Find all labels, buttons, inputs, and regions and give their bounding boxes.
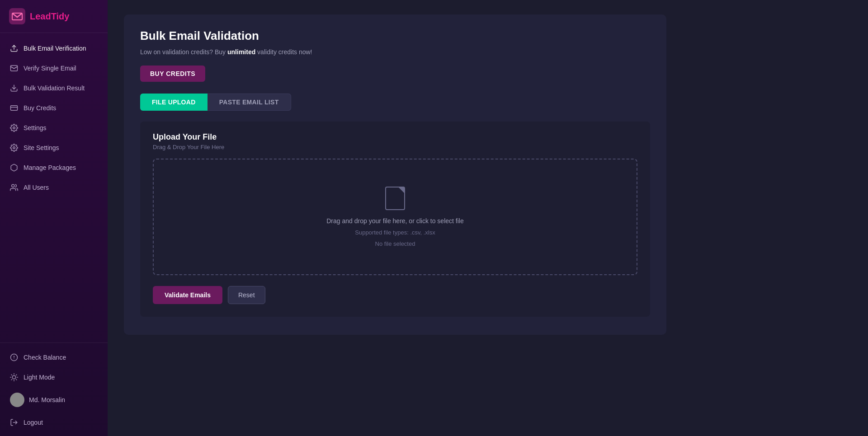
validate-emails-button[interactable]: Validate Emails (153, 286, 222, 304)
nav-label-site-settings: Site Settings (24, 144, 59, 151)
logo-area: LeadTidy (0, 0, 108, 33)
tab-file-upload[interactable]: FILE UPLOAD (140, 94, 208, 111)
avatar (10, 393, 24, 407)
svg-rect-5 (11, 106, 18, 111)
gear-icon (10, 124, 18, 132)
nav-label-settings: Settings (24, 124, 47, 131)
file-icon (385, 187, 405, 210)
sidebar-item-logout[interactable]: Logout (0, 413, 108, 432)
sidebar-item-check-balance[interactable]: Check Balance (0, 347, 108, 367)
package-icon (10, 164, 18, 172)
dropzone-no-file-text: No file selected (375, 240, 415, 247)
svg-line-21 (16, 375, 17, 375)
logout-icon (10, 418, 18, 427)
sidebar-item-all-users[interactable]: All Users (0, 178, 108, 197)
sidebar-bottom: Check Balance Light Mode Md. Morsalin Lo… (0, 342, 108, 436)
sidebar-item-manage-packages[interactable]: Manage Packages (0, 158, 108, 178)
svg-line-20 (11, 380, 12, 380)
svg-point-7 (13, 127, 15, 129)
email-icon (10, 64, 18, 72)
download-icon (10, 84, 18, 92)
dropzone-types-text: Supported file types: .csv, .xlsx (355, 229, 435, 236)
logo-icon (9, 8, 25, 24)
svg-point-9 (12, 184, 14, 187)
subtitle-prefix: Low on validation credits? Buy (140, 48, 227, 56)
nav-label-all-users: All Users (24, 184, 49, 191)
reset-button[interactable]: Reset (228, 286, 265, 304)
username-label: Md. Morsalin (29, 396, 65, 403)
svg-line-16 (11, 375, 12, 375)
subtitle: Low on validation credits? Buy unlimited… (140, 48, 650, 56)
action-bar: Validate Emails Reset (153, 286, 637, 304)
sun-icon (10, 373, 18, 381)
page-card: Bulk Email Validation Low on validation … (124, 14, 666, 335)
page-title: Bulk Email Validation (140, 29, 650, 43)
subtitle-bold: unlimited (227, 48, 255, 56)
bottom-label-check-balance: Check Balance (24, 354, 66, 361)
nav-label-buy-credits: Buy Credits (24, 104, 56, 112)
nav-label-bulk-email-verification: Bulk Email Verification (24, 45, 86, 52)
nav-label-bulk-validation-result: Bulk Validation Result (24, 84, 85, 92)
sidebar-item-site-settings[interactable]: Site Settings (0, 138, 108, 158)
main-content: Bulk Email Validation Low on validation … (108, 0, 868, 436)
svg-line-17 (16, 380, 17, 380)
svg-point-13 (12, 375, 16, 379)
sidebar-item-bulk-validation-result[interactable]: Bulk Validation Result (0, 78, 108, 98)
sidebar-item-verify-single-email[interactable]: Verify Single Email (0, 58, 108, 78)
svg-rect-0 (9, 8, 25, 24)
nav-section: Bulk Email Verification Verify Single Em… (0, 33, 108, 342)
nav-label-verify-single-email: Verify Single Email (24, 65, 76, 72)
file-dropzone[interactable]: Drag and drop your file here, or click t… (153, 159, 637, 275)
tab-bar: FILE UPLOAD PASTE EMAIL LIST (140, 94, 650, 111)
sidebar-item-settings[interactable]: Settings (0, 118, 108, 138)
sidebar: LeadTidy Bulk Email Verification Verify … (0, 0, 108, 436)
subtitle-suffix: validity credits now! (255, 48, 312, 56)
credits-icon (10, 104, 18, 112)
upload-title: Upload Your File (153, 132, 637, 142)
buy-credits-button[interactable]: BUY CREDITS (140, 66, 205, 82)
dropzone-main-text: Drag and drop your file here, or click t… (326, 217, 463, 225)
sidebar-item-bulk-email-verification[interactable]: Bulk Email Verification (0, 38, 108, 58)
logo-text: LeadTidy (30, 11, 69, 22)
dollar-icon (10, 353, 18, 361)
bottom-label-light-mode: Light Mode (24, 374, 55, 381)
user-row: Md. Morsalin (0, 387, 108, 413)
upload-icon (10, 44, 18, 52)
logout-label: Logout (24, 419, 43, 426)
nav-label-manage-packages: Manage Packages (24, 164, 76, 171)
upload-section: Upload Your File Drag & Drop Your File H… (140, 122, 650, 317)
upload-subtitle: Drag & Drop Your File Here (153, 144, 637, 150)
users-icon (10, 183, 18, 192)
sidebar-item-buy-credits[interactable]: Buy Credits (0, 98, 108, 118)
tab-paste-email-list[interactable]: PASTE EMAIL LIST (208, 94, 291, 111)
svg-point-8 (13, 147, 15, 149)
sidebar-item-light-mode[interactable]: Light Mode (0, 367, 108, 387)
gear-icon2 (10, 144, 18, 152)
